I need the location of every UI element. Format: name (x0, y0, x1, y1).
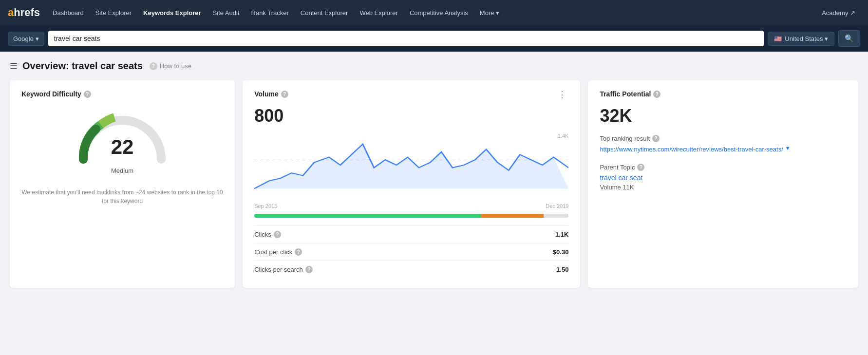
gauge-widget: 22 (74, 111, 171, 164)
volume-value: 800 (254, 106, 568, 126)
search-button[interactable]: 🔍 (838, 30, 860, 47)
clicks-value: 1.1K (555, 231, 568, 238)
top-ranking-label: Top ranking result ? (600, 135, 847, 142)
traffic-value: 32K (600, 106, 847, 126)
logo[interactable]: ahrefs (8, 6, 40, 19)
pb-clicks (254, 214, 481, 218)
how-to-use-label: How to use (160, 62, 191, 70)
parent-topic-label: Parent Topic ? (600, 164, 847, 171)
page-header: ☰ Overview: travel car seats ? How to us… (10, 60, 858, 72)
keyword-difficulty-card: Keyword Difficulty ? 22 (10, 80, 235, 288)
volume-label: Volume ? (254, 90, 288, 98)
main-content: ☰ Overview: travel car seats ? How to us… (0, 52, 868, 297)
clicks-progress-bar (254, 214, 568, 218)
traffic-card-label: Traffic Potential ? (600, 90, 847, 98)
cpc-value: $0.30 (553, 248, 569, 256)
page-title: Overview: travel car seats (22, 60, 143, 72)
navbar: ahrefs Dashboard Site Explorer Keywords … (0, 0, 868, 25)
volume-chart: 1.4K (254, 131, 568, 199)
nav-site-explorer[interactable]: Site Explorer (91, 6, 136, 19)
kd-help-icon[interactable]: ? (84, 91, 91, 98)
chart-x-start: Sep 2015 (254, 203, 277, 209)
menu-icon[interactable]: ☰ (10, 61, 18, 72)
cpc-metric: Cost per click ? $0.30 (254, 243, 568, 261)
parent-topic-link[interactable]: travel car seat (600, 174, 847, 182)
chart-x-end: Dec 2019 (546, 203, 568, 209)
kd-value: 22 (111, 137, 134, 157)
pb-rest (544, 214, 569, 218)
traffic-help-icon[interactable]: ? (653, 91, 660, 98)
kd-sublabel: Medium (111, 167, 133, 174)
country-label: United States ▾ (785, 35, 828, 42)
parent-topic-help-icon[interactable]: ? (637, 164, 644, 171)
search-bar: Google ▾ 🇺🇸 United States ▾ 🔍 (0, 25, 868, 52)
volume-help-icon[interactable]: ? (281, 91, 288, 98)
nav-rank-tracker[interactable]: Rank Tracker (246, 6, 294, 19)
pb-cpc (481, 214, 544, 218)
nav-web-explorer[interactable]: Web Explorer (355, 6, 403, 19)
chart-y-label: 1.4K (558, 133, 569, 139)
clicks-help-icon[interactable]: ? (274, 231, 281, 238)
nav-more[interactable]: More ▾ (475, 6, 504, 19)
cps-value: 1.50 (556, 266, 568, 273)
nav-academy[interactable]: Academy ↗ (817, 6, 860, 19)
gauge-container: 22 Medium We estimate that you'll need b… (21, 106, 223, 206)
kd-card-label: Keyword Difficulty ? (21, 90, 223, 98)
kd-description: We estimate that you'll need backlinks f… (21, 188, 223, 206)
cards-row: Keyword Difficulty ? 22 (10, 80, 858, 288)
clicks-metric: Clicks ? 1.1K (254, 225, 568, 243)
search-engine-dropdown[interactable]: Google ▾ (8, 32, 44, 46)
nav-content-explorer[interactable]: Content Explorer (296, 6, 353, 19)
search-input[interactable] (48, 31, 764, 46)
cpc-help-icon[interactable]: ? (295, 248, 302, 256)
help-circle-icon: ? (150, 62, 157, 70)
nav-dashboard[interactable]: Dashboard (48, 6, 89, 19)
traffic-potential-card: Traffic Potential ? 32K Top ranking resu… (588, 80, 858, 288)
volume-card: Volume ? ⋮ 800 1.4K Sep 2015 Dec 2019 (243, 80, 580, 288)
top-ranking-url-container: https://www.nytimes.com/wirecutter/revie… (600, 145, 847, 156)
parent-topic-section: Parent Topic ? travel car seat Volume 11… (600, 164, 847, 191)
country-flag: 🇺🇸 (774, 35, 782, 42)
cps-help-icon[interactable]: ? (305, 266, 313, 273)
country-selector[interactable]: 🇺🇸 United States ▾ (768, 32, 834, 46)
top-ranking-url[interactable]: https://www.nytimes.com/wirecutter/revie… (600, 145, 783, 154)
volume-chart-svg (254, 131, 568, 199)
parent-volume: Volume 11K (600, 184, 847, 191)
volume-more-button[interactable]: ⋮ (556, 90, 568, 99)
chart-x-labels: Sep 2015 Dec 2019 (254, 203, 568, 209)
nav-competitive-analysis[interactable]: Competitive Analysis (405, 6, 473, 19)
volume-card-header: Volume ? ⋮ (254, 90, 568, 106)
nav-site-audit[interactable]: Site Audit (208, 6, 245, 19)
cps-metric: Clicks per search ? 1.50 (254, 261, 568, 278)
url-dropdown-icon[interactable]: ▼ (785, 145, 791, 151)
top-ranking-help-icon[interactable]: ? (652, 135, 660, 142)
nav-keywords-explorer[interactable]: Keywords Explorer (138, 6, 206, 19)
how-to-use-link[interactable]: ? How to use (150, 62, 191, 70)
